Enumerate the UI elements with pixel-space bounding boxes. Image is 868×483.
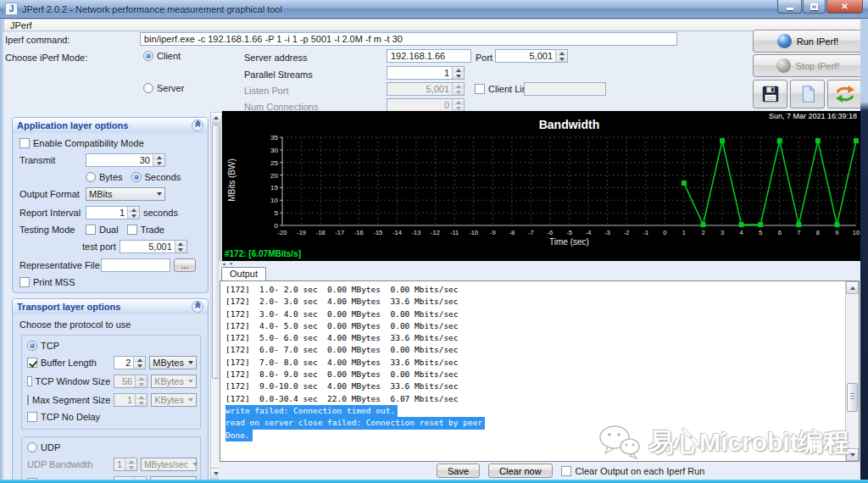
udp-radio[interactable] <box>27 442 37 452</box>
output-format-combo[interactable]: MBits <box>86 187 165 201</box>
port-spinner[interactable]: 5,001 <box>495 49 568 63</box>
clear-now-button[interactable]: Clear now <box>488 464 553 478</box>
x-tick-label: 8 <box>816 229 820 236</box>
listen-port-spinner: 5,001 <box>387 82 465 96</box>
application-layer-title: Application layer options <box>17 120 128 130</box>
tcp-window-checkbox[interactable]: TCP Window Size <box>27 376 110 386</box>
chart-title: Bandwidth <box>282 118 856 131</box>
browse-button[interactable]: ... <box>174 258 196 272</box>
parallel-streams-spinner[interactable]: 1 <box>387 66 465 80</box>
x-tick-label: 1 <box>682 229 686 236</box>
x-tick-label: -20 <box>278 229 287 236</box>
spinner-arrows-icon[interactable] <box>175 241 186 253</box>
buffer-length-checkbox[interactable]: Buffer Length <box>27 358 110 368</box>
close-icon: ✕ <box>841 2 848 11</box>
output-textarea[interactable]: [172] 1.0- 2.0 sec 0.00 MBytes 0.00 Mbit… <box>220 280 860 462</box>
buffer-length-spinner[interactable]: 2 <box>114 356 146 369</box>
server-address-label: Server address <box>244 53 308 63</box>
transport-layer-title: Transport layer options <box>17 302 120 312</box>
output-line-highlighted: read on server close failed: Connection … <box>225 417 485 429</box>
refresh-button[interactable] <box>827 80 863 108</box>
seconds-radio[interactable]: Seconds <box>131 172 181 182</box>
report-interval-unit: seconds <box>143 208 178 218</box>
buffer-length-row: Buffer Length 2 MBytes <box>27 356 197 369</box>
spinner-arrows-icon[interactable] <box>127 207 139 219</box>
menu-jperf[interactable]: JPerf <box>4 20 38 31</box>
open-file-button[interactable] <box>790 80 825 108</box>
close-button[interactable]: ✕ <box>826 0 863 14</box>
application-layer-panel: Application layer options Enable Compati… <box>12 117 209 293</box>
x-tick-label: -6 <box>548 229 554 236</box>
x-tick-label: 10 <box>853 229 860 236</box>
scroll-up-button[interactable] <box>846 281 859 294</box>
collapse-chevron-icon[interactable] <box>192 119 203 131</box>
report-interval-label: Report Interval <box>19 208 82 218</box>
udp-bandwidth-unit-combo: MBytes/sec <box>141 458 197 471</box>
tcp-radio[interactable] <box>27 341 37 351</box>
maximize-button[interactable] <box>803 0 826 14</box>
max-segment-checkbox[interactable]: Max Segment Size <box>27 395 110 405</box>
bytes-radio[interactable]: Bytes <box>86 172 123 182</box>
test-port-spinner[interactable]: 5,001 <box>120 240 187 253</box>
run-iperf-button[interactable]: Run IPerf! <box>753 30 863 53</box>
iperf-command-field[interactable]: bin/iperf.exe -c 192.168.1.66 -P 1 -i 1 … <box>140 32 677 46</box>
server-mode-radio[interactable]: Server <box>143 83 184 93</box>
data-point-marker <box>854 138 859 143</box>
transmit-spinner[interactable]: 30 <box>86 153 165 167</box>
bandwidth-chart-panel: Sun, 7 Mar 2021 16:39:18 Bandwidth MBits… <box>222 111 860 261</box>
dropdown-arrow-icon <box>188 361 193 364</box>
dual-checkbox[interactable]: Dual <box>86 225 119 235</box>
x-tick-label: 9 <box>835 229 838 236</box>
spinner-arrows-icon[interactable] <box>555 50 567 62</box>
y-tick-label: 30 <box>270 147 278 154</box>
spinner-arrows-icon[interactable] <box>133 357 145 369</box>
output-scrollbar[interactable] <box>845 281 859 461</box>
buffer-length-unit-combo[interactable]: MBytes <box>149 356 197 369</box>
report-interval-spinner[interactable]: 1 <box>86 206 140 219</box>
client-limit-field <box>524 82 606 96</box>
save-output-button[interactable] <box>753 80 787 108</box>
compatibility-checkbox[interactable] <box>19 138 30 148</box>
x-tick-label: -5 <box>566 229 572 236</box>
spinner-arrows-icon[interactable] <box>153 154 164 166</box>
x-tick-label: 3 <box>721 229 724 236</box>
minimize-icon <box>787 8 793 10</box>
clear-each-run-checkbox[interactable]: Clear Output on each Iperf Run <box>561 466 705 476</box>
tab-output[interactable]: Output <box>221 267 266 280</box>
server-address-field[interactable]: 192.168.1.66 <box>387 49 471 63</box>
trade-checkbox[interactable]: Trade <box>127 225 164 235</box>
application-layer-header: Application layer options <box>13 118 208 133</box>
client-mode-radio[interactable]: Client <box>143 51 181 61</box>
checkbox-icon <box>27 376 32 386</box>
y-tick-label: 10 <box>270 197 278 204</box>
arrow-up-icon <box>850 286 855 290</box>
scrollbar-thumb[interactable] <box>847 383 858 412</box>
title-bar[interactable]: J JPerf 2.0.2 - Network performance meas… <box>0 0 868 19</box>
y-tick-label: 25 <box>270 159 278 167</box>
app-icon: J <box>5 3 18 15</box>
scroll-down-button[interactable] <box>846 448 859 461</box>
minimize-button[interactable] <box>777 0 802 14</box>
save-button[interactable]: Save <box>437 464 480 478</box>
listen-port-label: Listen Port <box>244 86 289 96</box>
tcp-window-spinner: 56 <box>114 375 147 388</box>
collapse-chevron-icon[interactable] <box>192 301 203 313</box>
output-panel: Output [172] 1.0- 2.0 sec 0.00 MBytes 0.… <box>219 266 860 462</box>
representative-file-field[interactable] <box>101 258 170 272</box>
spinner-arrows-icon[interactable] <box>452 67 464 79</box>
chart-y-axis-label: MBits (BW) <box>227 142 236 219</box>
print-mss-row: Print MSS <box>19 277 203 287</box>
stop-iperf-button[interactable]: Stop IPerf! <box>753 54 863 77</box>
print-mss-checkbox[interactable] <box>19 277 30 287</box>
tcp-no-delay-checkbox[interactable] <box>27 412 37 422</box>
output-lines: [172] 1.0- 2.0 sec 0.00 MBytes 0.00 Mbit… <box>220 282 845 461</box>
output-line: [172] 5.0- 6.0 sec 4.00 MBytes 33.6 Mbit… <box>225 332 845 344</box>
menu-bar: JPerf <box>3 19 865 31</box>
transport-layer-panel: Transport layer options Choose the proto… <box>12 298 209 480</box>
x-tick-label: -15 <box>373 229 382 236</box>
options-sidebar: Application layer options Enable Compati… <box>3 112 210 480</box>
transport-layer-header: Transport layer options <box>13 299 208 314</box>
report-interval-row: Report Interval 1 seconds <box>19 206 203 219</box>
scroll-up-button[interactable] <box>211 113 221 124</box>
y-tick-label: 5 <box>275 209 279 217</box>
